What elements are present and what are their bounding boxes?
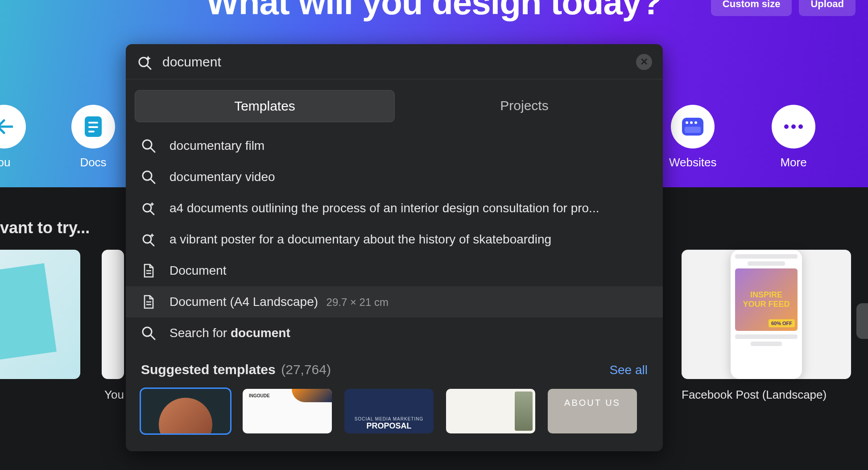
magic-search-icon	[136, 54, 153, 70]
thumbnail-text: SOCIAL MEDIA MARKETING	[355, 416, 423, 421]
close-icon: ✕	[640, 57, 648, 67]
suggestion-dimensions: 29.7 × 21 cm	[327, 296, 389, 308]
svg-rect-3	[88, 131, 95, 132]
template-thumbnail-row: INGOUDE SOCIAL MEDIA MARKETING PROPOSAL …	[126, 377, 663, 433]
svg-point-11	[798, 124, 803, 129]
search-panel: ✕ Templates Projects documentary film do…	[126, 44, 663, 451]
svg-point-6	[690, 121, 693, 124]
thumbnail-text: INGOUDE	[249, 393, 270, 398]
magic-search-icon	[141, 232, 156, 247]
svg-line-19	[150, 211, 154, 214]
more-icon	[772, 105, 815, 148]
category-websites[interactable]: Websites	[669, 105, 716, 169]
svg-point-7	[694, 121, 697, 124]
svg-point-10	[791, 124, 796, 129]
document-icon	[141, 263, 156, 278]
svg-line-27	[151, 335, 155, 339]
svg-rect-1	[88, 122, 98, 124]
search-bar: ✕	[126, 44, 663, 70]
suggested-templates-count: (27,764)	[281, 362, 331, 377]
template-card[interactable]: INSPIRE YOUR FEED 60% OFF	[682, 250, 851, 379]
search-input[interactable]	[162, 54, 626, 70]
suggestion-label: documentary film	[169, 139, 265, 153]
suggestion-label: Document (A4 Landscape)	[169, 295, 318, 309]
paper-plane-icon	[0, 263, 57, 364]
template-thumbnail[interactable]: ABOUT US	[548, 389, 637, 433]
category-docs[interactable]: Docs	[71, 105, 115, 169]
suggestion-item[interactable]: documentary film	[126, 130, 663, 161]
see-all-link[interactable]: See all	[609, 363, 648, 377]
upload-button[interactable]: Upload	[799, 0, 856, 16]
search-for-term: document	[231, 326, 290, 340]
card-caption: You	[104, 388, 124, 402]
carousel-next-button[interactable]	[856, 303, 868, 339]
custom-size-button[interactable]: Custom size	[711, 0, 792, 16]
phone-text: INSPIRE	[750, 290, 782, 300]
magic-search-icon	[141, 201, 156, 216]
websites-icon	[671, 105, 715, 148]
suggested-templates-title: Suggested templates	[141, 362, 276, 377]
suggestion-label: documentary video	[169, 170, 275, 184]
template-thumbnail[interactable]	[446, 389, 535, 433]
category-label: Docs	[80, 156, 106, 169]
document-icon	[141, 294, 156, 309]
suggestion-item[interactable]: Document (A4 Landscape) 29.7 × 21 cm	[126, 286, 663, 317]
svg-point-9	[784, 124, 789, 129]
search-tabs: Templates Projects	[126, 79, 663, 122]
search-for-prefix: Search for	[169, 326, 231, 340]
template-thumbnail[interactable]	[141, 389, 230, 433]
suggestion-item[interactable]: a vibrant poster for a documentary about…	[126, 224, 663, 255]
category-label: Websites	[669, 156, 716, 169]
search-icon	[141, 326, 156, 341]
svg-line-15	[151, 148, 155, 152]
svg-line-13	[147, 66, 151, 69]
tab-projects[interactable]: Projects	[395, 90, 654, 122]
thumbnail-text: ABOUT US	[564, 398, 620, 408]
search-icon	[141, 138, 156, 153]
category-for-you[interactable]: ou	[0, 105, 26, 169]
category-more[interactable]: More	[772, 105, 815, 169]
discount-badge: 60% OFF	[769, 319, 795, 327]
hero-top-buttons: Custom size Upload	[711, 0, 856, 16]
category-label: ou	[0, 156, 10, 169]
svg-point-5	[686, 121, 688, 124]
thumbnail-text: PROPOSAL	[366, 421, 411, 431]
svg-line-17	[151, 179, 155, 183]
clear-search-button[interactable]: ✕	[636, 54, 652, 70]
svg-rect-8	[685, 127, 701, 133]
phone-text: YOUR FEED	[743, 300, 789, 309]
suggestion-label: Document	[169, 264, 227, 278]
search-icon	[141, 169, 156, 185]
docs-icon	[71, 105, 115, 148]
category-label: More	[780, 156, 806, 169]
tab-templates[interactable]: Templates	[135, 90, 395, 122]
template-thumbnail[interactable]: INGOUDE	[243, 389, 332, 433]
suggestion-list: documentary film documentary video a4 do…	[126, 122, 663, 349]
suggestion-item[interactable]: documentary video	[126, 161, 663, 193]
suggestion-label: a vibrant poster for a documentary about…	[169, 232, 551, 247]
template-card[interactable]	[0, 250, 80, 379]
card-caption: Facebook Post (Landscape)	[682, 388, 827, 402]
suggestion-item[interactable]: Document	[126, 255, 663, 286]
template-thumbnail[interactable]: SOCIAL MEDIA MARKETING PROPOSAL	[344, 389, 434, 433]
phone-mockup: INSPIRE YOUR FEED 60% OFF	[731, 250, 802, 379]
template-card[interactable]	[102, 250, 124, 379]
svg-line-21	[150, 242, 154, 246]
search-for-item[interactable]: Search for document	[126, 317, 663, 349]
suggestion-item[interactable]: a4 documents outlining the process of an…	[126, 193, 663, 224]
section-heading: vant to try...	[0, 219, 90, 237]
suggestion-label: a4 documents outlining the process of an…	[169, 201, 599, 215]
svg-rect-2	[88, 126, 98, 128]
hero-title: What will you design today?	[206, 0, 662, 23]
for-you-icon	[0, 105, 26, 148]
suggested-templates-header: Suggested templates (27,764) See all	[126, 349, 663, 377]
